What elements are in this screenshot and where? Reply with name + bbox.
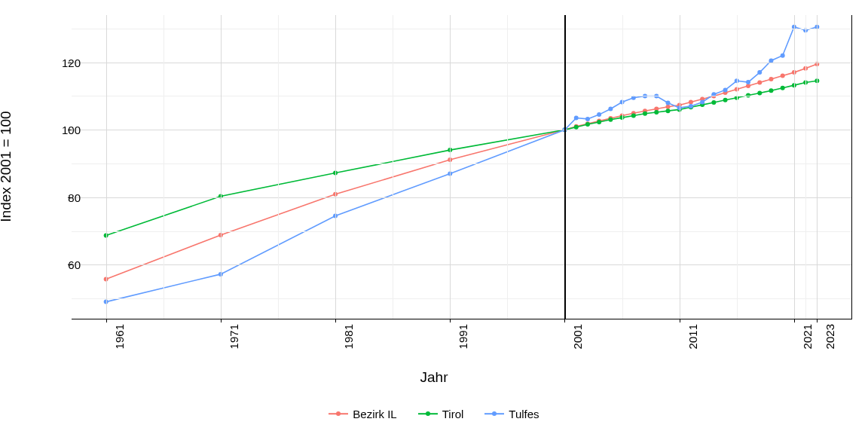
gridline-v-minor (737, 15, 738, 319)
legend-label: Tirol (442, 408, 464, 420)
gridline-v (106, 15, 107, 319)
x-tick (680, 319, 680, 322)
legend-item: Tulfes (484, 407, 539, 420)
svg-point-37 (631, 113, 636, 118)
x-tick (106, 319, 107, 322)
gridline-h-minor (72, 164, 851, 164)
svg-point-32 (574, 125, 579, 130)
x-tick (794, 319, 795, 322)
svg-point-44 (711, 100, 716, 105)
plot-svg (72, 15, 851, 319)
gridline-v (680, 15, 680, 319)
x-tick-label: 2011 (686, 324, 698, 349)
legend: Bezirk ILTirolTulfes (0, 407, 868, 420)
plot-panel (72, 15, 852, 319)
x-tick-label: 2023 (824, 324, 836, 349)
legend-item: Tirol (418, 407, 464, 420)
svg-point-49 (769, 88, 773, 93)
gridline-v-minor (278, 15, 279, 319)
gridline-v (794, 15, 795, 319)
series-Tirol (104, 78, 820, 237)
gridline-v-minor (164, 15, 164, 319)
chart-container: Index 2001 = 100 Jahr Bezirk ILTirolTulf… (0, 0, 868, 434)
svg-point-67 (665, 100, 670, 105)
svg-point-35 (608, 118, 613, 122)
gridline-h (72, 264, 851, 265)
x-tick (564, 319, 565, 322)
svg-point-62 (608, 106, 613, 111)
gridline-v-minor (393, 15, 393, 319)
svg-point-13 (665, 105, 670, 109)
svg-point-69 (689, 104, 693, 108)
gridline-v-minor (622, 15, 623, 319)
gridline-h-minor (72, 298, 851, 299)
gridline-v-minor (507, 15, 508, 319)
svg-point-48 (757, 90, 762, 95)
svg-point-21 (757, 81, 762, 85)
gridline-v (335, 15, 336, 319)
x-tick-label: 1961 (112, 324, 125, 349)
svg-point-38 (643, 112, 647, 116)
x-tick (335, 319, 336, 322)
svg-point-39 (654, 110, 659, 115)
y-tick-label: 100 (43, 124, 81, 136)
legend-label: Tulfes (509, 408, 539, 420)
x-tick-label: 1991 (457, 324, 469, 349)
x-tick (221, 319, 222, 322)
gridline-h-minor (72, 231, 851, 232)
svg-point-61 (597, 112, 601, 117)
gridline-h-minor (72, 29, 851, 29)
x-tick-label: 2021 (801, 324, 814, 349)
svg-point-70 (700, 100, 704, 105)
gridline-v (450, 15, 451, 319)
legend-key-icon (418, 407, 438, 420)
y-tick-label: 60 (43, 258, 81, 271)
legend-key-icon (329, 407, 348, 420)
svg-point-15 (689, 100, 693, 105)
x-tick-label: 1971 (228, 324, 240, 349)
legend-item: Bezirk IL (329, 407, 396, 420)
svg-point-72 (723, 87, 728, 92)
svg-point-40 (665, 108, 670, 113)
svg-point-77 (781, 53, 785, 58)
series-Tulfes (104, 25, 820, 304)
svg-point-50 (781, 86, 785, 90)
svg-point-33 (585, 122, 590, 127)
gridline-h (72, 63, 851, 63)
gridline-v (817, 15, 818, 319)
y-axis-label: Index 2001 = 100 (0, 111, 14, 222)
legend-label: Bezirk IL (353, 408, 396, 420)
svg-point-23 (781, 74, 785, 78)
gridline-v (221, 15, 222, 319)
x-axis-label: Jahr (0, 369, 868, 386)
svg-point-59 (574, 116, 579, 121)
svg-point-75 (757, 70, 762, 75)
legend-key-icon (484, 407, 504, 420)
x-tick (817, 319, 818, 322)
svg-point-74 (746, 80, 750, 84)
svg-point-60 (585, 117, 590, 121)
reference-vline (564, 15, 566, 319)
x-tick-label: 1981 (342, 324, 355, 349)
gridline-h (72, 197, 851, 198)
x-tick (450, 319, 451, 322)
svg-point-22 (769, 77, 773, 81)
gridline-v-minor (805, 15, 806, 319)
svg-point-45 (723, 98, 728, 102)
gridline-h (72, 130, 851, 130)
x-tick-label: 2001 (571, 324, 584, 349)
svg-point-34 (597, 120, 601, 124)
y-tick-label: 80 (43, 191, 81, 203)
y-tick-label: 120 (43, 56, 81, 69)
gridline-h-minor (72, 96, 851, 96)
